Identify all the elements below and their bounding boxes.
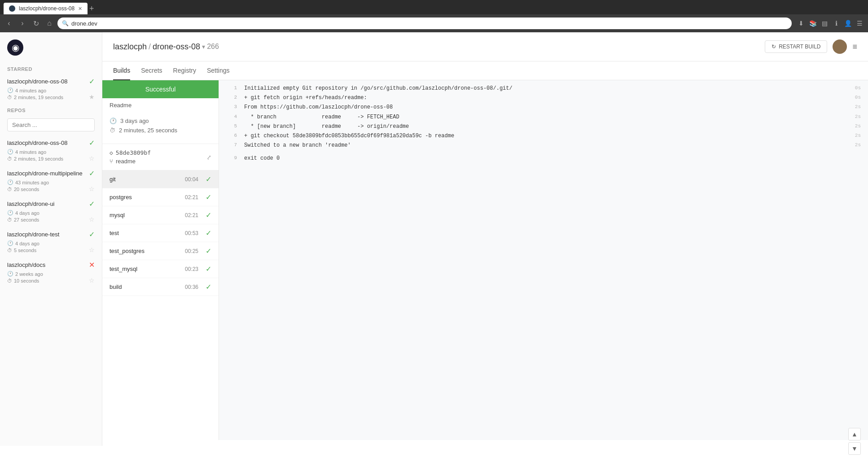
- step-status-icon: ✓: [206, 247, 211, 255]
- log-line-number: 6: [226, 132, 237, 140]
- scroll-down-button[interactable]: ▼: [848, 442, 861, 446]
- restart-icon: ↻: [772, 44, 776, 50]
- duration: 20 seconds: [14, 187, 39, 192]
- repo-name: laszlocph/drone-test: [7, 231, 59, 238]
- step-status-icon: ✓: [206, 175, 211, 183]
- back-button[interactable]: ‹: [4, 19, 14, 27]
- starred-time-ago: 4 minutes ago: [15, 88, 46, 93]
- status-icon: ✓: [89, 169, 95, 178]
- new-tab-button[interactable]: +: [89, 3, 94, 14]
- star-icon[interactable]: ☆: [89, 216, 95, 223]
- download-icon[interactable]: ⬇: [796, 20, 806, 27]
- tab-settings[interactable]: Settings: [207, 61, 230, 80]
- star-icon[interactable]: ☆: [89, 246, 95, 253]
- active-tab[interactable]: laszlocph/drone-oss-08 ✕: [4, 3, 88, 14]
- drone-logo[interactable]: ◉: [7, 39, 23, 56]
- log-line: 3 From https://github.com/laszlocph/dron…: [219, 103, 868, 112]
- clock-icon: 🕐: [7, 87, 13, 93]
- menu-icon[interactable]: ☰: [855, 20, 864, 27]
- log-line-text: From https://github.com/laszlocph/drone-…: [244, 103, 848, 112]
- tab-registry[interactable]: Registry: [173, 61, 196, 80]
- build-info-section: 🕐 3 days ago ⏱ 2 minutes, 25 seconds: [102, 110, 219, 144]
- app-container: ◉ Starred laszlocph/drone-oss-08 ✓ 🕐 4 m…: [0, 32, 868, 446]
- header-actions: ↻ RESTART BUILD ≡: [765, 39, 857, 54]
- build-duration: 2 minutes, 25 seconds: [119, 127, 177, 134]
- star-icon[interactable]: ☆: [89, 277, 95, 284]
- pipeline-step[interactable]: test_postgres 00:25 ✓: [102, 242, 219, 260]
- hamburger-menu-icon[interactable]: ≡: [852, 42, 857, 52]
- readme-label: Readme: [102, 98, 219, 110]
- search-icon: 🔍: [62, 20, 69, 26]
- restart-build-button[interactable]: ↻ RESTART BUILD: [765, 40, 827, 53]
- star-icon[interactable]: ☆: [89, 185, 95, 192]
- external-link-icon[interactable]: ⤤: [206, 154, 211, 161]
- list-item[interactable]: laszlocph/docs ✕ 🕐 2 weeks ago ⏱ 10 seco…: [0, 257, 102, 288]
- log-line-text: + git checkout 58de3809bfdc0853bb655dc0f…: [244, 132, 848, 140]
- list-item[interactable]: laszlocph/drone-oss-08 ✓ 🕐 4 minutes ago…: [0, 135, 102, 166]
- sidebar: ◉ Starred laszlocph/drone-oss-08 ✓ 🕐 4 m…: [0, 32, 102, 446]
- log-line-time: 0s: [855, 84, 861, 92]
- clock-icon: 🕐: [7, 210, 13, 216]
- step-time: 02:21: [185, 212, 198, 218]
- build-status-banner: Successful: [102, 80, 219, 98]
- tab-builds[interactable]: Builds: [113, 61, 130, 80]
- avatar[interactable]: [833, 39, 847, 54]
- step-name: test_postgres: [110, 248, 145, 254]
- url-text: drone.dev: [71, 20, 97, 27]
- dropdown-icon[interactable]: ▾: [202, 43, 205, 50]
- log-line-time: 2s: [855, 122, 861, 131]
- time-ago: 4 days ago: [15, 241, 39, 246]
- breadcrumb-repo[interactable]: drone-oss-08: [153, 42, 200, 52]
- build-sidebar: Successful Readme 🕐 3 days ago ⏱ 2 minut…: [102, 80, 219, 440]
- log-line-text: Switched to a new branch 'readme': [244, 141, 848, 150]
- info-icon[interactable]: ℹ: [831, 20, 841, 27]
- branch-icon: ⑂: [110, 158, 113, 165]
- forward-button[interactable]: ›: [17, 19, 28, 27]
- log-line: 7 Switched to a new branch 'readme' 2s: [219, 141, 868, 150]
- bookmarks-icon[interactable]: 📚: [808, 20, 818, 27]
- tab-secrets[interactable]: Secrets: [141, 61, 162, 80]
- star-icon[interactable]: ☆: [89, 155, 95, 162]
- scroll-up-button[interactable]: ▲: [848, 428, 861, 440]
- step-time: 00:36: [185, 284, 198, 290]
- pipeline-step[interactable]: postgres 02:21 ✓: [102, 188, 219, 206]
- logo-symbol: ◉: [12, 42, 19, 53]
- list-item[interactable]: laszlocph/drone-test ✓ 🕐 4 days ago ⏱ 5 …: [0, 227, 102, 257]
- pipeline-step[interactable]: git 00:04 ✓: [102, 170, 219, 188]
- commit-icon: ◇: [110, 149, 113, 156]
- pipeline-step[interactable]: build 00:36 ✓: [102, 278, 219, 296]
- duration-icon: ⏱: [7, 278, 12, 283]
- log-line-number: 7: [226, 141, 237, 149]
- breadcrumb-user[interactable]: laszlocph: [113, 42, 147, 52]
- build-duration-item: ⏱ 2 minutes, 25 seconds: [110, 127, 211, 134]
- sidebar-icon[interactable]: ▤: [820, 20, 829, 27]
- reload-button[interactable]: ↻: [31, 19, 41, 28]
- main-content: laszlocph / drone-oss-08 ▾ 266 ↻ RESTART…: [102, 32, 868, 446]
- pipeline-steps: git 00:04 ✓ postgres 02:21 ✓ mysql 02:21…: [102, 170, 219, 296]
- time-ago: 43 minutes ago: [15, 180, 49, 185]
- profile-icon[interactable]: 👤: [843, 20, 853, 27]
- pipeline-step[interactable]: test_mysql 00:23 ✓: [102, 260, 219, 278]
- timer-icon: ⏱: [110, 127, 115, 134]
- step-time: 02:21: [185, 194, 198, 200]
- repo-name: laszlocph/drone-ui: [7, 200, 55, 207]
- clock-icon: 🕐: [110, 118, 117, 124]
- nav-tabs: Builds Secrets Registry Settings: [102, 61, 868, 80]
- search-input[interactable]: [7, 118, 95, 131]
- log-line-time: 2s: [855, 132, 861, 140]
- starred-repo-item[interactable]: laszlocph/drone-oss-08 ✓ 🕐 4 minutes ago…: [0, 74, 102, 104]
- address-bar[interactable]: 🔍 drone.dev: [57, 17, 792, 29]
- time-ago: 2 weeks ago: [15, 271, 43, 277]
- list-item[interactable]: laszlocph/drone-multipipeline ✓ 🕐 43 min…: [0, 166, 102, 196]
- log-line-number: 5: [226, 122, 237, 131]
- log-line-number: 2: [226, 94, 237, 102]
- list-item[interactable]: laszlocph/drone-ui ✓ 🕐 4 days ago ⏱ 27 s…: [0, 196, 102, 227]
- star-icon[interactable]: ★: [89, 93, 95, 100]
- log-line-number: 1: [226, 84, 237, 92]
- starred-section-title: Starred: [0, 63, 102, 74]
- tab-close-button[interactable]: ✕: [78, 6, 82, 12]
- home-button[interactable]: ⌂: [44, 19, 55, 27]
- pipeline-step[interactable]: test 00:53 ✓: [102, 224, 219, 242]
- pipeline-step[interactable]: mysql 02:21 ✓: [102, 206, 219, 224]
- tab-bar: laszlocph/drone-oss-08 ✕ +: [0, 0, 868, 14]
